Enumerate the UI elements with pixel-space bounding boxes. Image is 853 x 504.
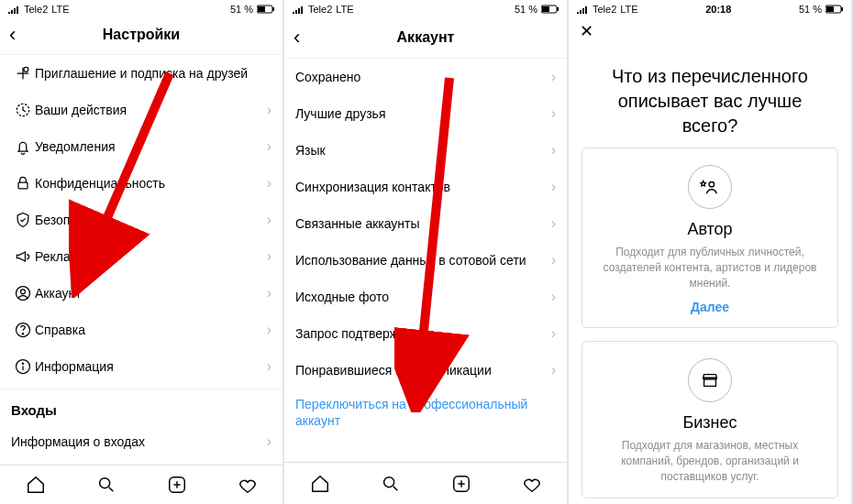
row-label: Синхронизация контактов [295,180,551,194]
tab-home[interactable] [25,475,47,495]
user-circle-icon [11,284,35,302]
row-label: Использование данных в сотовой сети [295,253,551,268]
chevron-right-icon: › [551,69,556,85]
row-label: Исходные фото [295,290,551,304]
page-title: Аккаунт [397,29,455,46]
row-privacy[interactable]: Конфиденциальность › [0,165,282,202]
chevron-right-icon: › [267,138,271,155]
close-button[interactable]: ✕ [580,21,593,41]
row-verification[interactable]: Запрос подтверждения› [284,315,567,352]
network-label: LTE [336,4,353,15]
battery-icon [257,5,275,14]
tab-home[interactable] [309,474,331,494]
page-title: Настройки [103,27,180,43]
row-label: Безопасность [35,213,267,227]
settings-list: Приглашение и подписка на друзей Ваши де… [0,55,282,464]
card-description: Подходит для публичных личностей, создат… [599,245,821,290]
status-bar: Tele2 LTE 51 % [284,0,567,16]
svg-rect-5 [18,183,28,190]
tab-bar [0,465,282,504]
row-original-photos[interactable]: Исходные фото› [284,279,567,315]
row-about[interactable]: Информация › [0,348,282,385]
choose-type-heading: Что из перечисленного описывает вас лучш… [569,46,851,148]
back-button[interactable]: ‹ [294,26,300,49]
row-saved[interactable]: Сохранено› [284,59,567,95]
tab-activity[interactable] [521,474,543,494]
svg-point-11 [22,363,23,364]
row-invite[interactable]: Приглашение и подписка на друзей [0,55,282,92]
chevron-right-icon: › [267,433,271,450]
row-account[interactable]: Аккаунт › [0,275,282,312]
card-business[interactable]: Бизнес Подходит для магазинов, местных к… [582,341,838,498]
battery-icon [541,5,559,14]
row-label: Лучшие друзья [295,106,551,121]
info-icon [11,357,35,376]
row-contacts-sync[interactable]: Синхронизация контактов› [284,169,567,205]
row-label: Информация [35,359,267,374]
row-help[interactable]: Справка › [0,312,282,348]
store-icon [688,358,732,402]
chevron-right-icon: › [551,179,556,195]
bell-icon [11,137,35,156]
row-ads[interactable]: Реклама › [0,238,282,275]
row-notifications[interactable]: Уведомления › [0,128,282,165]
chevron-right-icon: › [267,175,271,192]
battery-icon [825,5,844,14]
row-label: Сохранено [295,70,551,84]
tab-activity[interactable] [237,475,259,495]
add-user-icon [11,64,35,82]
svg-rect-22 [826,6,834,12]
svg-rect-16 [542,6,549,12]
chevron-right-icon: › [551,105,556,122]
row-label: Язык [295,143,551,158]
chevron-right-icon: › [551,325,556,342]
tab-newpost[interactable] [166,475,188,495]
card-title: Автор [599,220,821,239]
tab-search[interactable] [95,475,117,495]
signal-icon [576,5,589,14]
megaphone-icon [11,247,35,266]
row-label: Приглашение и подписка на друзей [35,66,271,81]
help-icon [11,321,35,339]
row-liked-posts[interactable]: Понравившиеся вам публикации› [284,352,567,389]
row-label: Конфиденциальность [35,176,267,191]
creator-star-icon [688,165,732,209]
row-linked-accounts[interactable]: Связанные аккаунты› [284,205,567,242]
carrier-label: Tele2 [593,4,616,15]
row-label: Информация о входах [11,434,267,449]
row-label: Реклама [35,249,267,264]
type-cards: Автор Подходит для публичных личностей, … [569,148,851,499]
row-cellular-data[interactable]: Использование данных в сотовой сети› [284,242,567,279]
chevron-right-icon: › [551,142,556,159]
back-button[interactable]: ‹ [9,23,16,47]
svg-rect-1 [258,6,265,12]
card-next-link[interactable]: Далее [599,300,821,314]
chevron-right-icon: › [267,358,271,375]
row-label: Аккаунт [35,286,267,301]
signal-icon [7,5,20,14]
card-creator[interactable]: Автор Подходит для публичных личностей, … [582,148,838,328]
screen-account: Tele2 LTE 51 % ‹ Аккаунт Сохранено› Лучш… [284,0,569,504]
svg-point-3 [24,68,28,72]
battery-label: 51 % [799,4,822,15]
row-activity[interactable]: Ваши действия › [0,92,282,128]
row-language[interactable]: Язык› [284,132,567,169]
signal-icon [292,5,305,14]
svg-point-7 [21,290,26,294]
row-label: Ваши действия [35,103,267,117]
svg-point-12 [99,477,109,488]
tab-search[interactable] [380,474,402,494]
tab-bar [284,462,567,504]
row-label: Справка [35,323,267,337]
svg-rect-17 [557,7,559,11]
switch-professional-link[interactable]: Переключиться на профессиональный аккаун… [284,389,567,436]
row-close-friends[interactable]: Лучшие друзья› [284,95,567,132]
row-login-info[interactable]: Информация о входах › [0,423,282,460]
lock-icon [11,174,35,192]
clock-dashed-icon [11,101,35,119]
tab-newpost[interactable] [450,474,472,494]
row-security[interactable]: Безопасность › [0,202,282,238]
network-label: LTE [51,4,69,15]
chevron-right-icon: › [551,252,556,268]
row-label: Уведомления [35,139,267,154]
